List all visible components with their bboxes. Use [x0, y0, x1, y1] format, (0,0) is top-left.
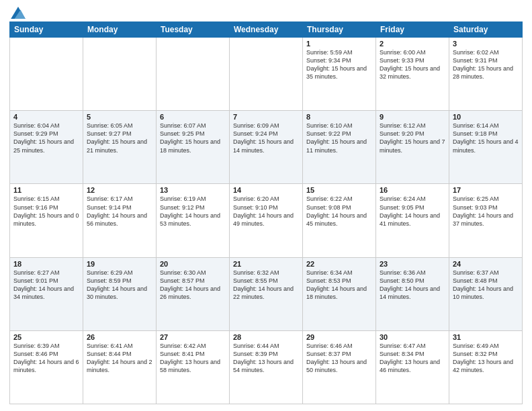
day-info: Sunrise: 6:17 AMSunset: 9:14 PMDaylight:…: [87, 195, 152, 228]
day-info: Sunrise: 6:39 AMSunset: 8:46 PMDaylight:…: [13, 342, 79, 375]
day-number: 1: [306, 40, 372, 48]
calendar-cell: 26Sunrise: 6:41 AMSunset: 8:44 PMDayligh…: [83, 330, 157, 404]
day-info: Sunrise: 6:09 AMSunset: 9:24 PMDaylight:…: [233, 122, 299, 154]
calendar-week-3: 11Sunrise: 6:15 AMSunset: 9:16 PMDayligh…: [10, 184, 523, 257]
day-number: 14: [233, 186, 299, 194]
calendar-week-2: 4Sunrise: 6:04 AMSunset: 9:29 PMDaylight…: [10, 111, 523, 184]
day-number: 10: [453, 113, 519, 121]
calendar-cell: 28Sunrise: 6:44 AMSunset: 8:39 PMDayligh…: [230, 330, 303, 404]
day-info: Sunrise: 6:10 AMSunset: 9:22 PMDaylight:…: [306, 122, 372, 154]
calendar-cell: 10Sunrise: 6:14 AMSunset: 9:18 PMDayligh…: [449, 111, 523, 184]
day-info: Sunrise: 6:41 AMSunset: 8:44 PMDaylight:…: [87, 342, 152, 375]
day-info: Sunrise: 6:25 AMSunset: 9:03 PMDaylight:…: [453, 195, 519, 228]
calendar-cell: 7Sunrise: 6:09 AMSunset: 9:24 PMDaylight…: [230, 111, 303, 184]
day-number: 19: [87, 260, 152, 268]
day-number: 13: [160, 186, 226, 194]
calendar-header-thursday: Thursday: [303, 22, 376, 38]
day-info: Sunrise: 6:49 AMSunset: 8:32 PMDaylight:…: [453, 342, 519, 375]
calendar-cell: 22Sunrise: 6:34 AMSunset: 8:53 PMDayligh…: [303, 257, 376, 330]
calendar-cell: 3Sunrise: 6:02 AMSunset: 9:31 PMDaylight…: [449, 38, 523, 111]
calendar-header-saturday: Saturday: [449, 22, 523, 38]
day-info: Sunrise: 6:30 AMSunset: 8:57 PMDaylight:…: [160, 269, 226, 302]
calendar-header-monday: Monday: [83, 22, 157, 38]
calendar-week-5: 25Sunrise: 6:39 AMSunset: 8:46 PMDayligh…: [10, 330, 523, 404]
calendar-header-wednesday: Wednesday: [230, 22, 303, 38]
day-info: Sunrise: 6:42 AMSunset: 8:41 PMDaylight:…: [160, 342, 226, 375]
day-info: Sunrise: 6:15 AMSunset: 9:16 PMDaylight:…: [13, 195, 79, 228]
calendar-cell: [157, 38, 230, 111]
day-number: 25: [13, 333, 79, 341]
calendar-cell: 17Sunrise: 6:25 AMSunset: 9:03 PMDayligh…: [449, 184, 523, 257]
calendar-cell: 23Sunrise: 6:36 AMSunset: 8:50 PMDayligh…: [376, 257, 449, 330]
calendar-cell: 9Sunrise: 6:12 AMSunset: 9:20 PMDaylight…: [376, 111, 449, 184]
day-number: 21: [233, 260, 299, 268]
day-number: 3: [453, 40, 519, 48]
logo-icon: [11, 7, 26, 19]
calendar-cell: 20Sunrise: 6:30 AMSunset: 8:57 PMDayligh…: [157, 257, 230, 330]
calendar-cell: 2Sunrise: 6:00 AMSunset: 9:33 PMDaylight…: [376, 38, 449, 111]
day-number: 23: [380, 260, 445, 268]
day-number: 11: [13, 186, 79, 194]
day-number: 20: [160, 260, 226, 268]
calendar-cell: [10, 38, 83, 111]
day-number: 12: [87, 186, 152, 194]
calendar-week-1: 1Sunrise: 5:59 AMSunset: 9:34 PMDaylight…: [10, 38, 523, 111]
day-number: 24: [453, 260, 519, 268]
day-number: 2: [380, 40, 445, 48]
day-number: 26: [87, 333, 152, 341]
calendar-cell: 29Sunrise: 6:46 AMSunset: 8:37 PMDayligh…: [303, 330, 376, 404]
calendar-header-friday: Friday: [376, 22, 449, 38]
day-number: 30: [380, 333, 445, 341]
calendar-table: SundayMondayTuesdayWednesdayThursdayFrid…: [9, 21, 523, 404]
day-number: 16: [380, 186, 445, 194]
day-info: Sunrise: 6:29 AMSunset: 8:59 PMDaylight:…: [87, 269, 152, 302]
day-info: Sunrise: 6:04 AMSunset: 9:29 PMDaylight:…: [13, 122, 79, 154]
calendar-cell: 31Sunrise: 6:49 AMSunset: 8:32 PMDayligh…: [449, 330, 523, 404]
day-info: Sunrise: 6:34 AMSunset: 8:53 PMDaylight:…: [306, 269, 372, 302]
calendar-header-sunday: Sunday: [10, 22, 83, 38]
day-info: Sunrise: 6:12 AMSunset: 9:20 PMDaylight:…: [380, 122, 445, 154]
day-info: Sunrise: 6:20 AMSunset: 9:10 PMDaylight:…: [233, 195, 299, 228]
day-info: Sunrise: 6:22 AMSunset: 9:08 PMDaylight:…: [306, 195, 372, 228]
page: SundayMondayTuesdayWednesdayThursdayFrid…: [0, 0, 532, 411]
day-info: Sunrise: 6:19 AMSunset: 9:12 PMDaylight:…: [160, 195, 226, 228]
day-number: 6: [160, 113, 226, 121]
logo: [9, 7, 26, 19]
day-info: Sunrise: 6:07 AMSunset: 9:25 PMDaylight:…: [160, 122, 226, 154]
calendar-cell: 16Sunrise: 6:24 AMSunset: 9:05 PMDayligh…: [376, 184, 449, 257]
calendar-cell: 30Sunrise: 6:47 AMSunset: 8:34 PMDayligh…: [376, 330, 449, 404]
day-number: 7: [233, 113, 299, 121]
day-number: 4: [13, 113, 79, 121]
day-info: Sunrise: 6:00 AMSunset: 9:33 PMDaylight:…: [380, 48, 445, 81]
day-info: Sunrise: 5:59 AMSunset: 9:34 PMDaylight:…: [306, 48, 372, 81]
day-number: 15: [306, 186, 372, 194]
calendar-cell: 24Sunrise: 6:37 AMSunset: 8:48 PMDayligh…: [449, 257, 523, 330]
day-number: 18: [13, 260, 79, 268]
calendar-cell: 25Sunrise: 6:39 AMSunset: 8:46 PMDayligh…: [10, 330, 83, 404]
day-number: 17: [453, 186, 519, 194]
day-number: 9: [380, 113, 445, 121]
day-number: 27: [160, 333, 226, 341]
day-info: Sunrise: 6:32 AMSunset: 8:55 PMDaylight:…: [233, 269, 299, 302]
day-info: Sunrise: 6:27 AMSunset: 9:01 PMDaylight:…: [13, 269, 79, 302]
calendar-cell: 15Sunrise: 6:22 AMSunset: 9:08 PMDayligh…: [303, 184, 376, 257]
day-info: Sunrise: 6:37 AMSunset: 8:48 PMDaylight:…: [453, 269, 519, 302]
calendar-cell: 4Sunrise: 6:04 AMSunset: 9:29 PMDaylight…: [10, 111, 83, 184]
calendar-cell: 18Sunrise: 6:27 AMSunset: 9:01 PMDayligh…: [10, 257, 83, 330]
day-info: Sunrise: 6:46 AMSunset: 8:37 PMDaylight:…: [306, 342, 372, 375]
calendar-cell: [230, 38, 303, 111]
day-number: 8: [306, 113, 372, 121]
day-number: 5: [87, 113, 152, 121]
day-number: 31: [453, 333, 519, 341]
calendar-header-tuesday: Tuesday: [157, 22, 230, 38]
day-info: Sunrise: 6:47 AMSunset: 8:34 PMDaylight:…: [380, 342, 445, 375]
calendar-cell: 21Sunrise: 6:32 AMSunset: 8:55 PMDayligh…: [230, 257, 303, 330]
calendar-cell: 8Sunrise: 6:10 AMSunset: 9:22 PMDaylight…: [303, 111, 376, 184]
day-info: Sunrise: 6:44 AMSunset: 8:39 PMDaylight:…: [233, 342, 299, 375]
calendar-cell: 12Sunrise: 6:17 AMSunset: 9:14 PMDayligh…: [83, 184, 157, 257]
calendar-cell: 6Sunrise: 6:07 AMSunset: 9:25 PMDaylight…: [157, 111, 230, 184]
calendar-cell: [83, 38, 157, 111]
calendar-week-4: 18Sunrise: 6:27 AMSunset: 9:01 PMDayligh…: [10, 257, 523, 330]
day-info: Sunrise: 6:05 AMSunset: 9:27 PMDaylight:…: [87, 122, 152, 154]
day-info: Sunrise: 6:24 AMSunset: 9:05 PMDaylight:…: [380, 195, 445, 228]
